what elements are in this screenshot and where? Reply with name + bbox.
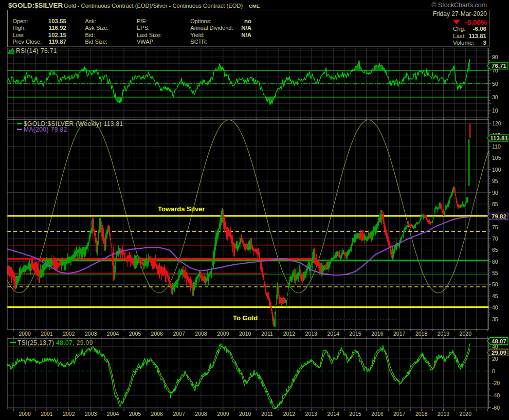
svg-text:2005: 2005 [129,331,141,337]
svg-text:2019: 2019 [438,411,450,417]
svg-text:2018: 2018 [415,331,428,337]
svg-text:2000: 2000 [19,331,31,337]
svg-text:85: 85 [492,201,498,207]
svg-text:95: 95 [492,178,498,184]
svg-text:35: 35 [492,316,498,322]
svg-text:MA(200) 79.82: MA(200) 79.82 [24,126,67,133]
svg-text:Chg:: Chg: [453,26,465,32]
svg-text:Towards Silver: Towards Silver [158,205,205,213]
svg-text:2014: 2014 [327,331,339,337]
svg-text:79.82: 79.82 [492,213,506,220]
svg-text:Prev Close:: Prev Close: [12,39,42,45]
svg-text:2011: 2011 [261,331,273,337]
svg-text:76.71: 76.71 [492,63,506,69]
svg-text:Bid Size:: Bid Size: [85,39,107,45]
svg-text:-6.06: -6.06 [473,26,486,32]
svg-text:48.07: 48.07 [492,338,506,344]
svg-text:2018: 2018 [415,411,428,417]
svg-text:2019: 2019 [438,331,450,337]
svg-text:Low:: Low: [12,32,24,38]
svg-text:Open:: Open: [12,18,28,24]
svg-text:Annual Dividend:: Annual Dividend: [190,25,233,31]
svg-text:N/A: N/A [241,25,251,31]
svg-text:113.81: 113.81 [468,33,486,39]
svg-text:55: 55 [492,270,498,276]
svg-text:65: 65 [492,247,498,253]
svg-text:Ask:: Ask: [85,18,96,24]
svg-text:2010: 2010 [239,331,251,337]
svg-text:2000: 2000 [19,411,31,417]
svg-text:To Gold: To Gold [233,314,258,322]
svg-text:High:: High: [12,25,26,31]
svg-text:RSI(14) 76.71: RSI(14) 76.71 [16,47,57,54]
svg-text:2013: 2013 [305,331,318,337]
svg-text:105: 105 [492,155,501,161]
svg-text:0: 0 [492,368,495,374]
svg-text:2013: 2013 [305,411,318,417]
svg-text:Last Size:: Last Size: [137,32,161,38]
svg-text:2008: 2008 [195,331,207,337]
svg-text:2003: 2003 [85,411,97,417]
svg-text:116.92: 116.92 [48,25,66,31]
svg-text:2012: 2012 [283,411,296,417]
svg-text:20: 20 [492,356,498,362]
svg-text:SCTR:: SCTR: [190,39,207,45]
svg-text:2015: 2015 [349,331,361,337]
svg-text:2002: 2002 [63,331,75,337]
svg-text:2017: 2017 [393,411,406,417]
svg-text:120: 120 [492,120,501,126]
svg-text:75: 75 [492,224,498,230]
svg-text:2006: 2006 [151,331,163,337]
svg-text:90: 90 [492,190,498,196]
svg-text:2009: 2009 [217,411,229,417]
svg-text:2003: 2003 [85,331,97,337]
svg-text:2016: 2016 [371,411,384,417]
svg-text:2020: 2020 [460,331,472,337]
svg-text:70: 70 [492,235,498,242]
svg-text:113.81: 113.81 [490,135,508,141]
svg-text:2004: 2004 [107,331,119,337]
svg-text:-20: -20 [492,380,500,386]
svg-text:103.55: 103.55 [48,18,67,24]
svg-text:Gold - Continuous Contract (EO: Gold - Continuous Contract (EOD)/Silver … [64,3,243,9]
svg-text:Last:: Last: [453,33,466,39]
svg-text:45: 45 [492,293,498,299]
svg-text:P/E:: P/E: [137,18,148,24]
svg-text:Ask Size:: Ask Size: [85,25,109,31]
svg-text:29.09: 29.09 [492,350,506,356]
svg-text:2012: 2012 [283,331,296,337]
svg-text:2009: 2009 [217,331,229,337]
svg-text:© StockCharts.com: © StockCharts.com [431,2,487,9]
svg-text:60: 60 [492,259,498,265]
svg-text:3: 3 [483,40,486,46]
svg-text:2007: 2007 [173,331,185,337]
svg-text:2017: 2017 [393,331,406,337]
svg-text:2001: 2001 [41,331,53,337]
svg-text:2011: 2011 [261,411,273,417]
svg-text:110: 110 [492,143,501,150]
svg-text:40: 40 [492,304,498,311]
svg-text:10: 10 [492,107,498,114]
svg-text:-5.06%: -5.06% [465,19,487,26]
svg-text:2007: 2007 [173,411,185,417]
svg-text:CME: CME [249,3,260,9]
svg-text:2020: 2020 [460,411,472,417]
svg-text:50: 50 [492,81,498,87]
svg-text:102.15: 102.15 [48,32,67,38]
svg-text:Yield:: Yield: [190,32,204,38]
svg-text:2016: 2016 [371,331,384,337]
svg-text:2004: 2004 [107,411,119,417]
svg-text:-40: -40 [492,392,500,398]
svg-text:119.87: 119.87 [48,39,66,45]
svg-text:2005: 2005 [129,411,141,417]
svg-text:Friday 27-Mar-2020: Friday 27-Mar-2020 [433,10,487,17]
svg-text:VWAP:: VWAP: [137,39,155,45]
svg-text:2001: 2001 [41,411,53,417]
svg-text:2014: 2014 [327,411,339,417]
svg-text:Bid:: Bid: [85,32,95,38]
svg-text:2015: 2015 [349,411,361,417]
svg-text:$GOLD:$SILVER: $GOLD:$SILVER [8,2,63,9]
svg-text:-60: -60 [492,405,500,411]
svg-text:TSI(25,13,7) 48.07, 29.09: TSI(25,13,7) 48.07, 29.09 [17,339,93,346]
svg-text:30: 30 [492,94,498,100]
